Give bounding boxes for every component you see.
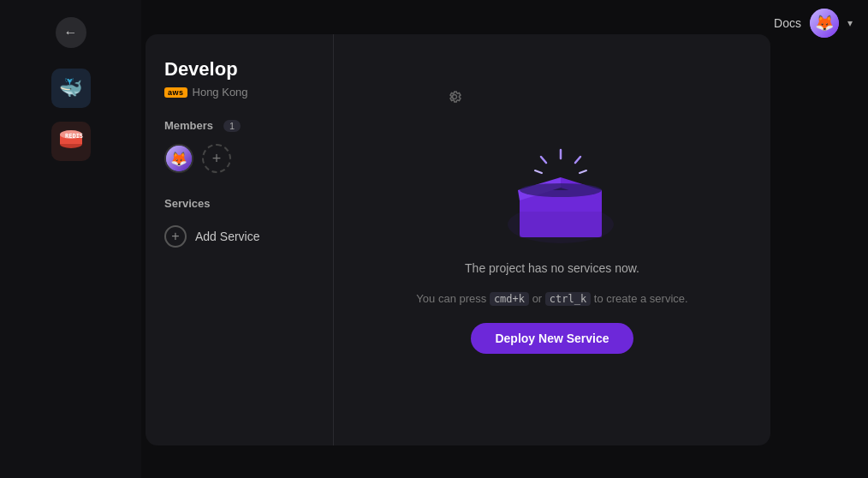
members-count-badge: 1 — [223, 120, 241, 132]
plus-icon: + — [212, 150, 222, 168]
card-left-panel: Develop aws Hong Kong Members 1 🦊 + — [146, 34, 334, 445]
sidebar-icon-redis[interactable]: REDIS — [51, 122, 91, 161]
empty-state-subtitle: You can press cmd+k or ctrl_k to create … — [416, 290, 687, 308]
settings-button[interactable] — [447, 89, 462, 109]
add-service-button[interactable]: + Add Service — [164, 222, 259, 251]
members-label: Members — [164, 119, 213, 132]
sidebar-icon-docker[interactable]: 🐳 — [51, 69, 91, 108]
add-service-label: Add Service — [195, 230, 259, 243]
services-label: Services — [164, 197, 314, 210]
docs-link[interactable]: Docs — [774, 16, 801, 30]
region-text: Hong Kong — [193, 86, 248, 99]
svg-line-12 — [541, 157, 546, 163]
empty-state-illustration — [492, 126, 612, 237]
services-section: Services + Add Service — [164, 197, 314, 251]
gear-icon — [447, 92, 462, 108]
aws-badge: aws — [164, 87, 187, 98]
svg-line-14 — [535, 170, 542, 173]
back-icon: ← — [64, 25, 78, 40]
card-right-panel: The project has no services now. You can… — [334, 34, 770, 445]
redis-icon: REDIS — [59, 130, 83, 153]
user-avatar[interactable]: 🦊 — [810, 9, 839, 38]
add-service-circle-icon: + — [164, 225, 187, 248]
member-avatar-0[interactable]: 🦊 — [164, 144, 193, 173]
svg-line-13 — [575, 157, 580, 163]
empty-state-title: The project has no services now. — [465, 261, 639, 275]
svg-line-15 — [580, 170, 586, 173]
svg-rect-7 — [520, 212, 602, 237]
members-label-row: Members 1 — [164, 119, 314, 132]
back-button[interactable]: ← — [56, 17, 86, 48]
user-menu-chevron[interactable]: ▾ — [847, 17, 853, 29]
main-card: Develop aws Hong Kong Members 1 🦊 + — [146, 34, 770, 445]
left-sidebar: ← 🐳 REDIS — [0, 0, 141, 478]
add-member-button[interactable]: + — [202, 144, 231, 173]
project-region: aws Hong Kong — [164, 86, 314, 99]
plus-circle-icon: + — [171, 229, 179, 244]
svg-point-10 — [520, 183, 602, 197]
deploy-new-service-button[interactable]: Deploy New Service — [471, 323, 633, 354]
docker-icon: 🐳 — [59, 77, 82, 99]
topbar: Docs 🦊 ▾ — [758, 0, 868, 46]
svg-text:REDIS: REDIS — [65, 133, 83, 140]
project-title: Develop — [164, 58, 314, 81]
members-row: 🦊 + — [164, 144, 314, 173]
